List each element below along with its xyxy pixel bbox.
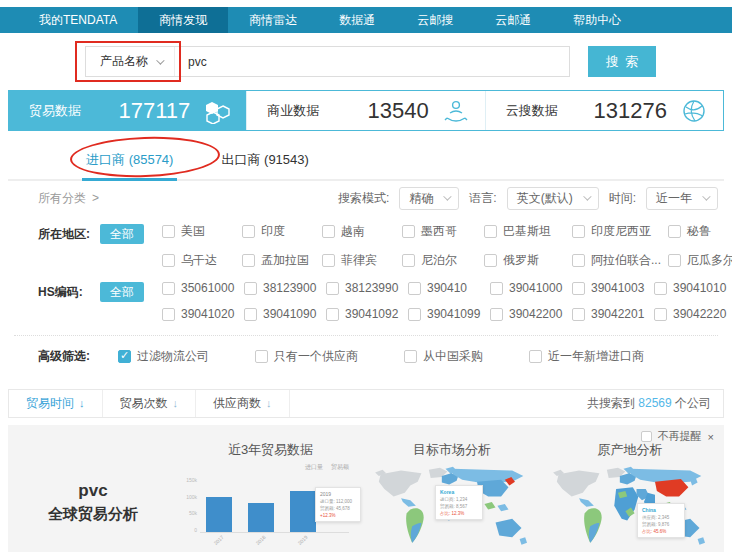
hs-option[interactable]: 35061000	[162, 281, 244, 295]
region-option[interactable]: 菲律宾	[322, 252, 402, 269]
advanced-option-single-supplier[interactable]: 只有一个供应商	[255, 348, 358, 365]
dismiss-control[interactable]: 不再提醒 ×	[641, 429, 714, 444]
search-category-select[interactable]: 产品名称	[86, 47, 175, 76]
advanced-option-buy-from-china[interactable]: 从中国采购	[404, 348, 483, 365]
advanced-option-filter-logistics[interactable]: 过滤物流公司	[118, 348, 209, 365]
legend-item: 进口量	[305, 463, 323, 472]
hs-option[interactable]: 39041003	[572, 281, 654, 295]
region-option[interactable]: 印度	[242, 223, 322, 240]
stat-cloud-search-data[interactable]: 云搜数据 131276	[486, 91, 723, 130]
checkbox[interactable]	[244, 308, 257, 321]
nav-item-biz-radar[interactable]: 商情雷达	[228, 7, 318, 33]
option-label: 乌干达	[181, 252, 217, 269]
time-select[interactable]: 近一年	[646, 187, 718, 210]
nav-item-cloud-mail-search[interactable]: 云邮搜	[396, 7, 474, 33]
checkbox[interactable]	[242, 225, 255, 238]
hs-option[interactable]: 39041099	[408, 307, 490, 321]
checkbox[interactable]	[572, 308, 585, 321]
region-option[interactable]: 秘鲁	[668, 223, 732, 240]
region-option[interactable]: 越南	[322, 223, 402, 240]
checkbox[interactable]	[408, 308, 421, 321]
checkbox[interactable]	[242, 254, 255, 267]
checkbox[interactable]	[490, 282, 503, 295]
hs-option[interactable]: 39041000	[490, 281, 572, 295]
search-mode-select[interactable]: 精确	[399, 187, 459, 210]
sort-supplier-count[interactable]: 供应商数 ↓	[196, 390, 290, 417]
sort-trade-time[interactable]: 贸易时间 ↓	[9, 390, 103, 417]
region-option[interactable]: 巴基斯坦	[484, 223, 572, 240]
region-option[interactable]: 尼泊尔	[402, 252, 484, 269]
nav-item-biz-discover[interactable]: 商情发现	[138, 7, 228, 33]
region-option[interactable]: 墨西哥	[402, 223, 484, 240]
search-box: 产品名称 pvc	[85, 46, 570, 77]
checkbox[interactable]	[668, 225, 681, 238]
hs-option[interactable]: 39042220	[654, 307, 732, 321]
region-option[interactable]: 孟加拉国	[242, 252, 322, 269]
region-option[interactable]: 印度尼西亚	[572, 223, 668, 240]
tab-exporters[interactable]: 出口商 (91543)	[221, 143, 308, 179]
close-icon[interactable]: ×	[708, 431, 714, 443]
hs-option[interactable]: 39041010	[654, 281, 732, 295]
nav-item-help-center[interactable]: 帮助中心	[552, 7, 642, 33]
checkbox[interactable]	[484, 254, 497, 267]
all-categories-link[interactable]: 所有分类 >	[38, 190, 99, 207]
result-prefix: 共搜索到	[587, 396, 638, 410]
checkbox[interactable]	[404, 350, 417, 363]
checkbox[interactable]	[408, 282, 421, 295]
stat-business-data[interactable]: 商业数据 13540	[247, 91, 485, 130]
checkbox[interactable]	[490, 308, 503, 321]
checkbox[interactable]	[572, 282, 585, 295]
checkbox[interactable]	[529, 350, 542, 363]
tab-importers[interactable]: 进口商 (85574)	[86, 143, 173, 179]
nav-item-data-link[interactable]: 数据通	[318, 7, 396, 33]
region-option[interactable]: 美国	[162, 223, 242, 240]
region-option[interactable]: 厄瓜多尔	[668, 252, 732, 269]
checkbox[interactable]	[641, 431, 652, 442]
checkbox[interactable]	[572, 254, 585, 267]
region-option[interactable]: 俄罗斯	[484, 252, 572, 269]
product-block: pvc 全球贸易分析	[8, 463, 178, 524]
nav-item-cloud-mail[interactable]: 云邮通	[474, 7, 552, 33]
hs-option[interactable]: 390410	[408, 281, 490, 295]
hs-option[interactable]: 39041090	[244, 307, 326, 321]
search-input[interactable]: pvc	[175, 55, 207, 69]
checkbox[interactable]	[654, 282, 667, 295]
option-label: 39042220	[673, 307, 726, 321]
option-label: 35061000	[181, 281, 234, 295]
checkbox[interactable]	[162, 225, 175, 238]
checkbox[interactable]	[162, 254, 175, 267]
checkbox-checked[interactable]	[118, 350, 131, 363]
language-select[interactable]: 英文(默认)	[507, 187, 599, 210]
hs-option[interactable]: 39041020	[162, 307, 244, 321]
checkbox[interactable]	[255, 350, 268, 363]
checkbox[interactable]	[668, 254, 681, 267]
checkbox[interactable]	[402, 225, 415, 238]
checkbox[interactable]	[654, 308, 667, 321]
checkbox[interactable]	[162, 282, 175, 295]
hs-option[interactable]: 39041092	[326, 307, 408, 321]
stat-trade-data[interactable]: 贸易数据 177117	[9, 91, 247, 130]
region-option[interactable]: 阿拉伯联合...	[572, 252, 668, 269]
search-button[interactable]: 搜索	[588, 46, 656, 77]
checkbox[interactable]	[326, 282, 339, 295]
checkbox[interactable]	[402, 254, 415, 267]
checkbox[interactable]	[484, 225, 497, 238]
checkbox[interactable]	[322, 254, 335, 267]
checkbox[interactable]	[162, 308, 175, 321]
top-nav: 我的TENDATA 商情发现 商情雷达 数据通 云邮搜 云邮通 帮助中心	[0, 7, 732, 33]
advanced-option-new-importers[interactable]: 近一年新增进口商	[529, 348, 644, 365]
option-label: 孟加拉国	[261, 252, 309, 269]
nav-item-my-tendata[interactable]: 我的TENDATA	[18, 7, 138, 33]
region-all-button[interactable]: 全部	[100, 224, 144, 244]
hs-all-button[interactable]: 全部	[100, 282, 144, 302]
checkbox[interactable]	[572, 225, 585, 238]
hs-option[interactable]: 38123990	[326, 281, 408, 295]
hs-option[interactable]: 38123900	[244, 281, 326, 295]
checkbox[interactable]	[322, 225, 335, 238]
sort-trade-count[interactable]: 贸易次数 ↓	[103, 390, 197, 417]
region-option[interactable]: 乌干达	[162, 252, 242, 269]
checkbox[interactable]	[244, 282, 257, 295]
hs-option[interactable]: 39042200	[490, 307, 572, 321]
hs-option[interactable]: 39042201	[572, 307, 654, 321]
checkbox[interactable]	[326, 308, 339, 321]
